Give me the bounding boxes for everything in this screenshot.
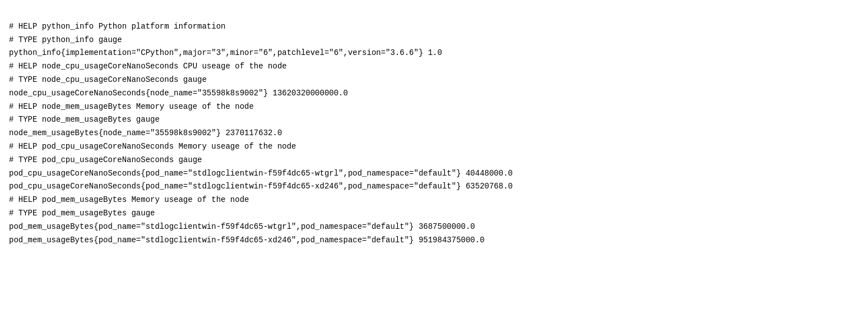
line-16: pod_mem_usageBytes{pod_name="stdlogclien… [9, 220, 859, 234]
line-2: # TYPE python_info gauge [9, 34, 859, 47]
line-1: # HELP python_info Python platform infor… [9, 20, 859, 34]
line-3: python_info{implementation="CPython",maj… [9, 47, 859, 60]
line-9: node_mem_usageBytes{node_name="35598k8s9… [9, 127, 859, 140]
line-10: # HELP pod_cpu_usageCoreNanoSeconds Memo… [9, 140, 859, 154]
line-6: node_cpu_usageCoreNanoSeconds{node_name=… [9, 87, 859, 100]
line-13: pod_cpu_usageCoreNanoSeconds{pod_name="s… [9, 180, 859, 194]
metrics-output: # HELP python_info Python platform infor… [9, 7, 859, 247]
line-5: # TYPE node_cpu_usageCoreNanoSeconds gau… [9, 73, 859, 87]
line-4: # HELP node_cpu_usageCoreNanoSeconds CPU… [9, 60, 859, 73]
line-11: # TYPE pod_cpu_usageCoreNanoSeconds gaug… [9, 154, 859, 167]
line-8: # TYPE node_mem_usageBytes gauge [9, 113, 859, 127]
line-15: # TYPE pod_mem_usageBytes gauge [9, 207, 859, 220]
line-7: # HELP node_mem_usageBytes Memory useage… [9, 100, 859, 114]
line-12: pod_cpu_usageCoreNanoSeconds{pod_name="s… [9, 167, 859, 181]
line-14: # HELP pod_mem_usageBytes Memory useage … [9, 194, 859, 207]
line-17: pod_mem_usageBytes{pod_name="stdlogclien… [9, 234, 859, 247]
